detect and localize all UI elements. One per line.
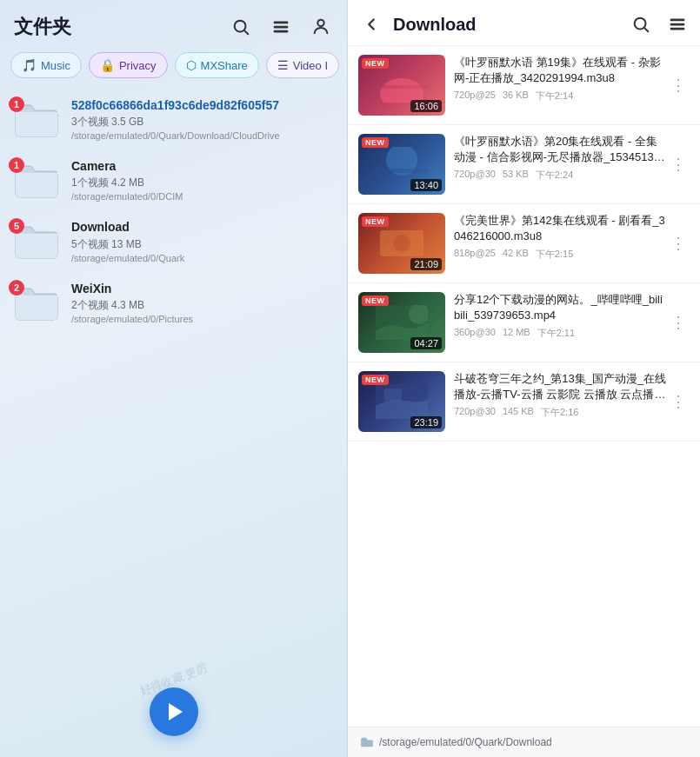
tab-video-label: Video I <box>293 59 328 72</box>
video-info-1: 《叶罗丽默水语》第20集在线观看 - 全集动漫 - 信合影视网-无尽播放器_15… <box>454 134 667 182</box>
bottom-path: /storage/emulated/0/Quark/Download <box>379 736 552 748</box>
video-time-1: 下午2:24 <box>536 169 573 182</box>
user-icon[interactable] <box>309 15 333 39</box>
right-header-icons <box>629 12 690 37</box>
more-button-0[interactable]: ⋮ <box>667 76 690 95</box>
duration-1: 13:40 <box>410 179 442 191</box>
video-quality-1: 720p@30 <box>454 169 496 182</box>
folder-name-3: WeiXin <box>71 281 333 296</box>
folder-item-0[interactable]: 1 528f0c66866da1f93c6de9d82f605f57 3个视频 … <box>0 89 347 149</box>
video-item-2[interactable]: NEW 21:09 《完美世界》第142集在线观看 - 剧看看_30462160… <box>348 204 700 283</box>
bottom-folder-icon <box>360 737 374 747</box>
more-button-2[interactable]: ⋮ <box>667 234 690 253</box>
thumbnail-4: NEW 23:19 <box>358 371 445 432</box>
back-button[interactable] <box>358 13 384 36</box>
folder-name-2: Download <box>71 219 333 235</box>
svg-point-5 <box>317 20 323 26</box>
video-info-0: 《叶罗丽默水语 第19集》在线观看 - 杂影网-正在播放_3420291994.… <box>454 55 667 103</box>
tabs-row: 🎵 Music 🔒 Privacy ⬡ MXShare ☰ Video I <box>0 47 347 85</box>
left-header: 文件夹 <box>0 0 347 47</box>
video-time-2: 下午2:15 <box>536 248 573 261</box>
play-triangle-icon <box>169 703 183 720</box>
music-tab-icon: 🎵 <box>22 58 37 72</box>
thumbnail-0: NEW 16:06 <box>358 55 445 116</box>
folder-meta-2: 5个视频 13 MB <box>71 237 333 252</box>
play-fab-button[interactable] <box>150 687 198 736</box>
video-info-2: 《完美世界》第142集在线观看 - 剧看看_3046216000.m3u8 81… <box>454 213 667 261</box>
svg-rect-2 <box>274 22 289 24</box>
folder-item-3[interactable]: 2 WeiXin 2个视频 4.3 MB /storage/emulated/0… <box>0 272 347 333</box>
privacy-tab-icon: 🔒 <box>100 58 115 72</box>
folder-name-1: Camera <box>71 158 333 174</box>
svg-line-1 <box>244 30 248 34</box>
duration-4: 23:19 <box>410 416 442 428</box>
video-quality-2: 818p@25 <box>454 248 496 261</box>
folder-icon-wrap-0: 1 <box>14 100 59 138</box>
video-meta-3: 360p@30 12 MB 下午2:11 <box>454 327 667 340</box>
svg-line-7 <box>644 28 648 31</box>
svg-rect-3 <box>274 26 289 29</box>
svg-point-16 <box>393 235 410 252</box>
video-title-0: 《叶罗丽默水语 第19集》在线观看 - 杂影网-正在播放_3420291994.… <box>454 55 667 86</box>
folder-list: 1 528f0c66866da1f93c6de9d82f605f57 3个视频 … <box>0 85 347 757</box>
folder-item-1[interactable]: 1 Camera 1个视频 4.2 MB /storage/emulated/0… <box>0 149 347 210</box>
svg-rect-9 <box>670 23 685 26</box>
folder-icon-wrap-3: 2 <box>14 283 59 322</box>
folder-path-3: /storage/emulated/0/Pictures <box>71 314 333 324</box>
folder-info-3: WeiXin 2个视频 4.3 MB /storage/emulated/0/P… <box>71 281 333 324</box>
folder-icon-wrap-1: 1 <box>14 161 59 199</box>
tab-privacy[interactable]: 🔒 Privacy <box>89 52 168 78</box>
video-size-3: 12 MB <box>503 327 530 340</box>
video-item-0[interactable]: NEW 16:06 《叶罗丽默水语 第19集》在线观看 - 杂影网-正在播放_3… <box>348 46 700 125</box>
right-search-icon[interactable] <box>629 12 653 37</box>
new-badge-1: NEW <box>362 137 389 148</box>
folder-badge-3: 2 <box>9 280 24 295</box>
tab-music-label: Music <box>41 59 70 72</box>
video-item-3[interactable]: NEW 04:27 分享12个下载动漫的网站。_哔哩哔哩_bilibili_53… <box>348 283 700 362</box>
right-menu-icon[interactable] <box>665 12 690 37</box>
search-icon[interactable] <box>229 15 253 39</box>
video-title-1: 《叶罗丽默水语》第20集在线观看 - 全集动漫 - 信合影视网-无尽播放器_15… <box>454 134 667 165</box>
video-item-4[interactable]: NEW 23:19 斗破苍穹三年之约_第13集_国产动漫_在线播放-云播TV-云… <box>348 362 700 442</box>
folder-icon-wrap-2: 5 <box>14 222 59 260</box>
folder-info-0: 528f0c66866da1f93c6de9d82f605f57 3个视频 3.… <box>71 97 333 141</box>
folder-meta-1: 1个视频 4.2 MB <box>71 176 333 190</box>
left-panel: 文件夹 <box>0 0 348 757</box>
folder-badge-0: 1 <box>9 96 24 112</box>
video-quality-3: 360p@30 <box>454 327 496 340</box>
new-badge-4: NEW <box>362 375 389 385</box>
video-meta-0: 720p@25 36 KB 下午2:14 <box>454 90 667 103</box>
folder-meta-0: 3个视频 3.5 GB <box>71 115 333 129</box>
right-panel: Download <box>348 0 700 757</box>
left-header-icons <box>229 15 333 39</box>
video-meta-2: 818p@25 42 KB 下午2:15 <box>454 248 667 261</box>
folder-path-1: /storage/emulated/0/DCIM <box>71 191 333 202</box>
thumbnail-3: NEW 04:27 <box>358 292 445 353</box>
mxshare-tab-icon: ⬡ <box>186 58 197 72</box>
video-title-4: 斗破苍穹三年之约_第13集_国产动漫_在线播放-云播TV-云播 云影院 云播放 … <box>454 371 667 402</box>
video-title-3: 分享12个下载动漫的网站。_哔哩哔哩_bilibili_539739653.mp… <box>454 292 667 323</box>
video-info-3: 分享12个下载动漫的网站。_哔哩哔哩_bilibili_539739653.mp… <box>454 292 667 340</box>
folder-path-0: /storage/emulated/0/Quark/Download/Cloud… <box>71 130 333 141</box>
more-button-4[interactable]: ⋮ <box>667 392 690 411</box>
duration-2: 21:09 <box>410 258 442 270</box>
right-header: Download <box>348 0 700 46</box>
video-time-4: 下午2:16 <box>541 406 578 419</box>
svg-rect-20 <box>384 388 402 402</box>
folder-meta-3: 2个视频 4.3 MB <box>71 298 333 313</box>
tab-mxshare[interactable]: ⬡ MXShare <box>175 52 259 78</box>
tab-music[interactable]: 🎵 Music <box>10 52 82 78</box>
video-size-2: 42 KB <box>503 248 529 261</box>
svg-rect-14 <box>376 169 428 173</box>
video-item-1[interactable]: NEW 13:40 《叶罗丽默水语》第20集在线观看 - 全集动漫 - 信合影视… <box>348 125 700 204</box>
video-time-0: 下午2:14 <box>536 90 573 103</box>
list-icon[interactable] <box>269 15 293 39</box>
thumbnail-1: NEW 13:40 <box>358 134 445 195</box>
more-button-3[interactable]: ⋮ <box>667 313 690 332</box>
folder-item-2[interactable]: 5 Download 5个视频 13 MB /storage/emulated/… <box>0 210 347 271</box>
more-button-1[interactable]: ⋮ <box>667 155 690 174</box>
video-size-1: 53 KB <box>503 169 529 182</box>
tab-video[interactable]: ☰ Video I <box>266 52 339 78</box>
folder-name-0: 528f0c66866da1f93c6de9d82f605f57 <box>71 97 333 113</box>
thumbnail-2: NEW 21:09 <box>358 213 445 274</box>
